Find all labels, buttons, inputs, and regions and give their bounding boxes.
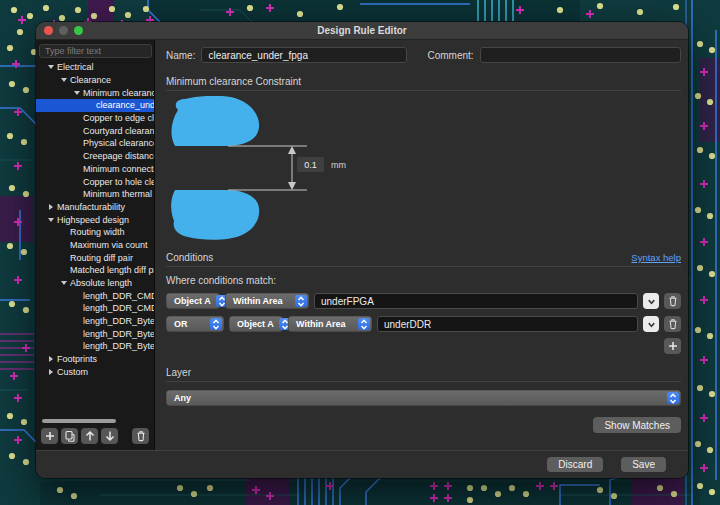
tree-item-label: Footprints bbox=[57, 354, 97, 364]
window-title: Design Rule Editor bbox=[36, 25, 688, 36]
tree-item-copper-to-edge-clearance[interactable]: Copper to edge clearance bbox=[36, 112, 154, 125]
move-down-button[interactable] bbox=[101, 428, 118, 444]
zoom-button[interactable] bbox=[74, 26, 83, 35]
tree-item-creepage-distance[interactable]: Creepage distance bbox=[36, 150, 154, 163]
mode-select-value: Within Area bbox=[233, 296, 283, 306]
tree-item-length-ddr-cmd-fpga[interactable]: length_DDR_CMD_FPGA bbox=[36, 289, 154, 302]
save-button[interactable]: Save bbox=[621, 457, 666, 472]
tree-item-label: Courtyard clearance bbox=[83, 126, 154, 136]
show-matches-button[interactable]: Show Matches bbox=[593, 417, 681, 433]
tree-item-label: Physical clearance bbox=[83, 138, 154, 148]
tree-item-length-ddr-cmd-ic1[interactable]: length_DDR_CMD_IC1 bbox=[36, 302, 154, 315]
tree-item-maximum-via-count[interactable]: Maximum via count bbox=[36, 239, 154, 252]
chevron-down-icon[interactable] bbox=[44, 218, 57, 222]
chevron-down-icon[interactable] bbox=[70, 91, 83, 95]
chevron-up-down-icon bbox=[358, 318, 370, 330]
chevron-up-down-icon bbox=[667, 392, 679, 404]
tree-item-electrical[interactable]: Electrical bbox=[36, 61, 154, 74]
where-conditions-label: Where conditions match: bbox=[166, 275, 681, 286]
chevron-right-icon[interactable] bbox=[44, 356, 57, 362]
operator-select-value: OR bbox=[174, 319, 188, 329]
conditions-section-title: Conditions bbox=[166, 252, 213, 263]
object-select[interactable]: Object A bbox=[229, 316, 283, 332]
tree-item-label: clearance_under_fpga bbox=[96, 100, 154, 110]
tree-item-label: Routing diff pair bbox=[70, 253, 133, 263]
tree-item-length-ddr-byte0[interactable]: length_DDR_Byte0 bbox=[36, 315, 154, 328]
plus-icon bbox=[667, 340, 679, 352]
trash-icon bbox=[667, 318, 679, 330]
remove-condition-button[interactable] bbox=[664, 293, 681, 309]
condition-value-input[interactable] bbox=[377, 316, 638, 332]
duplicate-rule-button[interactable] bbox=[61, 428, 78, 444]
condition-row: Object A Within Area bbox=[166, 293, 681, 309]
design-rule-editor-window: Design Rule Editor ElectricalClearanceMi… bbox=[36, 22, 688, 478]
tree-item-label: Maximum via count bbox=[70, 240, 148, 250]
tree-item-length-ddr-byte3[interactable]: length_DDR_Byte3 bbox=[36, 340, 154, 353]
tree-item-highspeed-design[interactable]: Highspeed design bbox=[36, 213, 154, 226]
name-input[interactable] bbox=[201, 47, 407, 63]
chevron-down-icon[interactable] bbox=[44, 65, 57, 69]
mode-select[interactable]: Within Area bbox=[225, 293, 309, 309]
condition-suggest-button[interactable] bbox=[643, 293, 659, 309]
tree-item-label: length_DDR_CMD_IC1 bbox=[83, 303, 154, 313]
chevron-down-icon[interactable] bbox=[57, 78, 70, 82]
arrow-up-icon bbox=[84, 430, 96, 442]
tree-item-minimum-thermal-relief-spoke-width[interactable]: Minimum thermal relief spoke width bbox=[36, 188, 154, 201]
layer-select-value: Any bbox=[174, 393, 191, 403]
operator-select[interactable]: OR bbox=[166, 316, 224, 332]
object-select-value: Object A bbox=[174, 296, 211, 306]
condition-suggest-button[interactable] bbox=[643, 316, 659, 332]
tree-item-copper-to-hole-clearance[interactable]: Copper to hole clearance bbox=[36, 175, 154, 188]
tree-item-label: Manufacturability bbox=[57, 202, 125, 212]
tree-item-routing-width[interactable]: Routing width bbox=[36, 226, 154, 239]
tree-item-custom[interactable]: Custom bbox=[36, 366, 154, 379]
titlebar[interactable]: Design Rule Editor bbox=[36, 22, 688, 40]
discard-button[interactable]: Discard bbox=[547, 457, 603, 472]
chevron-right-icon[interactable] bbox=[44, 204, 57, 210]
remove-condition-button[interactable] bbox=[664, 316, 681, 332]
delete-rule-button[interactable] bbox=[132, 428, 149, 444]
minimize-button[interactable] bbox=[59, 26, 68, 35]
dialog-footer: Discard Save bbox=[36, 450, 688, 478]
mode-select[interactable]: Within Area bbox=[288, 316, 372, 332]
filter-input[interactable] bbox=[39, 44, 152, 58]
tree-item-label: length_DDR_Byte1 bbox=[83, 329, 154, 339]
comment-input[interactable] bbox=[480, 47, 681, 63]
tree-item-matched-length-diff-pair[interactable]: Matched length diff pair bbox=[36, 264, 154, 277]
rule-editor-panel: Name: Comment: Minimum clearance Constra… bbox=[155, 40, 688, 450]
trash-icon bbox=[135, 430, 147, 442]
condition-value-input[interactable] bbox=[314, 293, 638, 309]
add-rule-button[interactable] bbox=[41, 428, 58, 444]
tree-item-absolute-length[interactable]: Absolute length bbox=[36, 277, 154, 290]
tree-item-label: Absolute length bbox=[70, 278, 132, 288]
tree-item-label: Copper to edge clearance bbox=[83, 113, 154, 123]
clearance-diagram-icon bbox=[166, 96, 486, 248]
clearance-value-input[interactable] bbox=[297, 157, 324, 172]
horizontal-scrollbar[interactable] bbox=[42, 419, 116, 423]
chevron-down-icon[interactable] bbox=[57, 281, 70, 285]
close-button[interactable] bbox=[44, 26, 53, 35]
tree-item-courtyard-clearance[interactable]: Courtyard clearance bbox=[36, 124, 154, 137]
copper-shape-top bbox=[171, 96, 259, 146]
syntax-help-link[interactable]: Syntax help bbox=[631, 252, 681, 263]
chevron-right-icon[interactable] bbox=[44, 369, 57, 375]
comment-label: Comment: bbox=[427, 50, 473, 61]
chevron-up-down-icon bbox=[210, 318, 222, 330]
rule-toolbar bbox=[36, 426, 154, 450]
object-select[interactable]: Object A bbox=[166, 293, 220, 309]
tree-item-minimum-connection-width[interactable]: Minimum connection width bbox=[36, 163, 154, 176]
tree-item-clearance[interactable]: Clearance bbox=[36, 74, 154, 87]
tree-item-routing-diff-pair[interactable]: Routing diff pair bbox=[36, 251, 154, 264]
tree-item-label: Electrical bbox=[57, 62, 94, 72]
tree-item-manufacturability[interactable]: Manufacturability bbox=[36, 201, 154, 214]
tree-item-footprints[interactable]: Footprints bbox=[36, 353, 154, 366]
add-condition-button[interactable] bbox=[664, 338, 681, 354]
tree-item-minimum-clearance[interactable]: Minimum clearance bbox=[36, 86, 154, 99]
tree-item-clearance-under-fpga[interactable]: clearance_under_fpga bbox=[36, 99, 154, 112]
rule-tree: ElectricalClearanceMinimum clearanceclea… bbox=[36, 61, 154, 417]
tree-item-physical-clearance[interactable]: Physical clearance bbox=[36, 137, 154, 150]
divider bbox=[166, 381, 681, 382]
move-up-button[interactable] bbox=[81, 428, 98, 444]
layer-select[interactable]: Any bbox=[166, 390, 681, 406]
tree-item-length-ddr-byte1[interactable]: length_DDR_Byte1 bbox=[36, 327, 154, 340]
